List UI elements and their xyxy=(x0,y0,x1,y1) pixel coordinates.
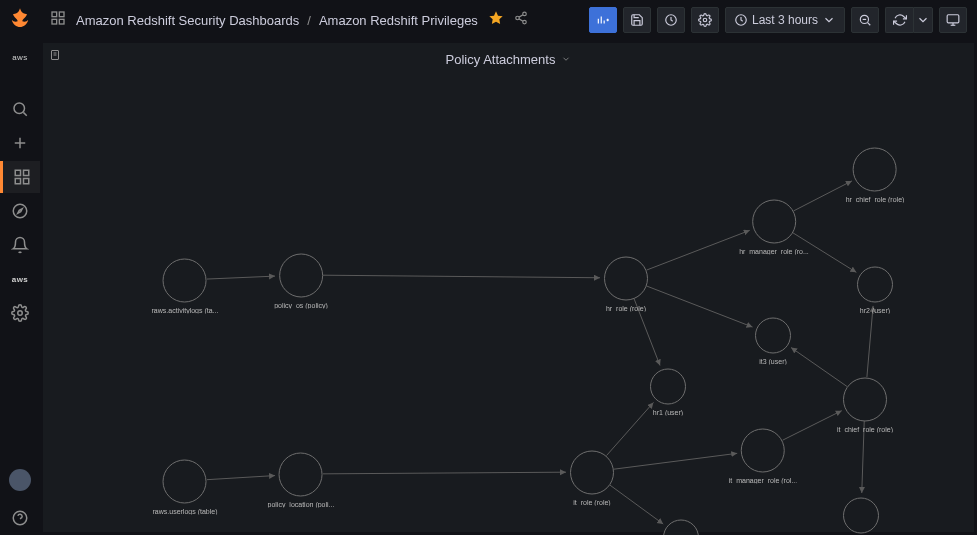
node-label: it_chief_role (role) xyxy=(837,426,893,433)
svg-rect-15 xyxy=(52,19,57,24)
node-label: it_role (role) xyxy=(573,499,610,506)
breadcrumb-page[interactable]: Amazon Redshift Privileges xyxy=(319,13,478,28)
time-range-picker[interactable]: Last 3 hours xyxy=(725,7,845,33)
graph-node-raws_userlogs[interactable]: raws.userlogs (table) xyxy=(153,460,218,515)
dashboards-icon[interactable] xyxy=(0,161,40,193)
node-circle xyxy=(843,378,887,422)
node-circle xyxy=(755,318,791,354)
graph-edge xyxy=(647,230,750,270)
tv-mode-button[interactable] xyxy=(939,7,967,33)
configuration-icon[interactable] xyxy=(0,297,40,329)
svg-line-21 xyxy=(519,19,523,21)
node-circle xyxy=(853,148,897,192)
toolbar-right: Last 3 hours xyxy=(589,7,967,33)
svg-rect-14 xyxy=(59,12,64,17)
main-area: Amazon Redshift Security Dashboards / Am… xyxy=(40,0,977,535)
share-icon[interactable] xyxy=(514,11,528,29)
graph-edge xyxy=(647,286,753,327)
node-label: raws.userlogs (table) xyxy=(153,508,218,515)
node-label: raws.activitylogs (ta... xyxy=(152,307,219,314)
refresh-group xyxy=(885,7,933,33)
graph-node-hr2[interactable]: hr2 (user) xyxy=(857,267,893,314)
graph-node-policy_os[interactable]: policy_os (policy) xyxy=(274,254,328,309)
svg-point-10 xyxy=(18,311,23,316)
svg-point-20 xyxy=(523,20,527,24)
star-icon[interactable] xyxy=(488,10,504,30)
chevron-down-icon xyxy=(561,50,571,68)
policy-attachments-panel: Policy Attachments raws.activitylogs (ta… xyxy=(43,43,974,532)
history-button[interactable] xyxy=(657,7,685,33)
aws-plugin-icon[interactable]: aws xyxy=(0,263,40,295)
breadcrumbs: Amazon Redshift Security Dashboards / Am… xyxy=(76,13,478,28)
svg-rect-6 xyxy=(15,179,20,184)
grafana-logo[interactable] xyxy=(6,6,34,34)
graph-node-it2[interactable]: it2 (user) xyxy=(843,498,879,536)
graph-node-hr_role[interactable]: hr_role (role) xyxy=(604,257,648,312)
user-avatar[interactable] xyxy=(9,469,31,491)
svg-line-32 xyxy=(868,23,871,26)
panel-title: Policy Attachments xyxy=(446,52,556,67)
node-label: hr1 (user) xyxy=(653,409,683,416)
panel-area: Policy Attachments raws.activitylogs (ta… xyxy=(40,40,977,535)
svg-rect-5 xyxy=(23,170,28,175)
node-circle xyxy=(663,520,699,536)
node-label: it_manager_role (rol... xyxy=(729,477,797,484)
graph-canvas[interactable]: raws.activitylogs (ta...policy_os (polic… xyxy=(43,75,974,532)
node-circle xyxy=(741,429,785,473)
plus-icon[interactable] xyxy=(0,127,40,159)
graph-node-hr_chief_role[interactable]: hr_chief_role (role) xyxy=(846,148,905,203)
breadcrumb-home-icon[interactable] xyxy=(50,10,66,30)
node-circle xyxy=(279,254,323,298)
svg-point-29 xyxy=(703,18,707,22)
add-panel-button[interactable] xyxy=(589,7,617,33)
node-label: it3 (user) xyxy=(759,358,787,365)
svg-rect-7 xyxy=(23,179,28,184)
graph-node-it1[interactable]: it1 (user) xyxy=(663,520,699,536)
node-circle xyxy=(163,460,207,504)
node-label: hr2 (user) xyxy=(860,307,890,314)
sidebar: aws aws xyxy=(0,0,40,535)
graph-node-it3[interactable]: it3 (user) xyxy=(755,318,791,365)
graph-edge xyxy=(614,453,737,469)
breadcrumb-folder[interactable]: Amazon Redshift Security Dashboards xyxy=(76,13,299,28)
graph-node-policy_location[interactable]: policy_location (poli... xyxy=(268,453,335,508)
refresh-button[interactable] xyxy=(885,7,913,33)
graph-node-it_manager_role[interactable]: it_manager_role (rol... xyxy=(729,429,797,484)
time-range-label: Last 3 hours xyxy=(752,13,818,27)
node-circle xyxy=(163,259,207,303)
zoom-out-button[interactable] xyxy=(851,7,879,33)
node-circle xyxy=(570,451,614,495)
svg-marker-9 xyxy=(18,209,23,214)
explore-icon[interactable] xyxy=(0,195,40,227)
breadcrumb-separator: / xyxy=(307,13,311,28)
node-label: hr_manager_role (ro... xyxy=(739,248,809,255)
save-button[interactable] xyxy=(623,7,651,33)
svg-rect-13 xyxy=(52,12,57,17)
graph-edge xyxy=(323,472,566,474)
node-circle xyxy=(843,498,879,534)
svg-point-8 xyxy=(13,204,27,218)
panel-info-icon[interactable] xyxy=(49,47,61,65)
graph-edge xyxy=(610,485,663,524)
search-icon[interactable] xyxy=(0,93,40,125)
graph-edge xyxy=(323,275,600,278)
node-label: hr_role (role) xyxy=(606,305,646,312)
aws-org-icon[interactable]: aws xyxy=(0,41,40,73)
graph-edge xyxy=(607,402,654,455)
alerting-icon[interactable] xyxy=(0,229,40,261)
svg-point-19 xyxy=(516,16,520,20)
svg-marker-17 xyxy=(489,11,502,24)
settings-button[interactable] xyxy=(691,7,719,33)
graph-node-it_chief_role[interactable]: it_chief_role (role) xyxy=(837,378,893,433)
graph-node-hr_manager_role[interactable]: hr_manager_role (ro... xyxy=(739,200,809,255)
help-icon[interactable] xyxy=(0,502,40,534)
refresh-interval-dropdown[interactable] xyxy=(913,7,933,33)
graph-edge xyxy=(867,306,873,377)
graph-node-raws_activitylogs[interactable]: raws.activitylogs (ta... xyxy=(152,259,219,314)
svg-line-1 xyxy=(23,112,26,115)
graph-node-hr1[interactable]: hr1 (user) xyxy=(650,369,686,416)
graph-node-it_role[interactable]: it_role (role) xyxy=(570,451,614,506)
svg-rect-4 xyxy=(15,170,20,175)
panel-title-row[interactable]: Policy Attachments xyxy=(43,43,974,75)
node-circle xyxy=(650,369,686,405)
